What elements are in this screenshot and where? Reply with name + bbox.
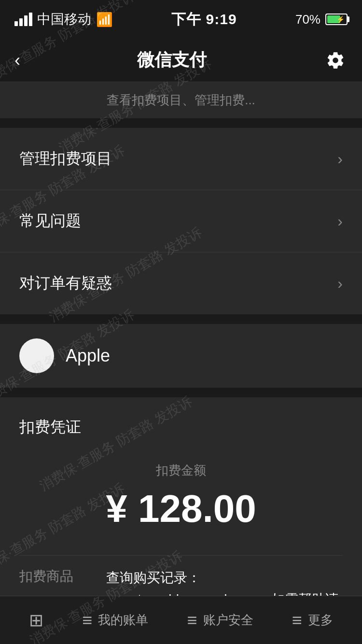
status-right: 70% ⚡ xyxy=(295,12,348,27)
menu-item-faq[interactable]: 常见问题 › xyxy=(0,190,362,252)
menu-arrow-manage: › xyxy=(337,150,343,168)
menu-arrow-faq: › xyxy=(337,212,343,230)
status-bar: 中国移动 📶 下午 9:19 70% ⚡ xyxy=(0,0,362,39)
top-section: 查看扣费项目、管理扣费... xyxy=(0,82,362,118)
content-area: 查看扣费项目、管理扣费... 管理扣费项目 › 常见问题 › 对订单有疑惑 › … xyxy=(0,82,362,644)
menu-item-manage[interactable]: 管理扣费项目 › xyxy=(0,128,362,190)
battery-bolt: ⚡ xyxy=(336,15,345,23)
gear-icon xyxy=(326,51,345,70)
battery-percent: 70% xyxy=(295,12,320,27)
tab-keyboard[interactable]: ⊞ xyxy=(29,610,43,630)
settings-button[interactable] xyxy=(323,48,348,72)
keyboard-icon: ⊞ xyxy=(29,610,43,630)
menu-item-dispute[interactable]: 对订单有疑惑 › xyxy=(0,252,362,314)
tab-security[interactable]: ≡ 账户安全 xyxy=(187,610,253,630)
detail-label-product: 扣费商品 xyxy=(19,567,106,586)
signal-icon xyxy=(14,13,32,26)
amount-value: ¥ 128.00 xyxy=(19,487,343,531)
battery-icon: ⚡ xyxy=(325,14,348,25)
wifi-icon: 📶 xyxy=(96,12,113,28)
security-icon: ≡ xyxy=(187,610,197,630)
tab-more[interactable]: ≡ 更多 xyxy=(292,610,333,630)
menu-item-faq-label: 常见问题 xyxy=(19,210,81,232)
apple-card: Apple xyxy=(0,324,362,388)
menu-item-dispute-label: 对订单有疑惑 xyxy=(19,273,112,294)
menu-arrow-dispute: › xyxy=(337,275,343,293)
tab-security-label: 账户安全 xyxy=(203,612,253,629)
tab-bar: ⊞ ≡ 我的账单 ≡ 账户安全 ≡ 更多 xyxy=(0,596,362,644)
nav-bar: ‹ 微信支付 xyxy=(0,39,362,82)
section-title: 扣费凭证 xyxy=(19,417,343,438)
top-section-text: 查看扣费项目、管理扣费... xyxy=(19,92,343,109)
back-button[interactable]: ‹ xyxy=(14,50,20,70)
tab-bills-label: 我的账单 xyxy=(98,612,148,629)
carrier-label: 中国移动 xyxy=(37,10,91,28)
page-title: 微信支付 xyxy=(137,48,207,72)
apple-name-label: Apple xyxy=(66,346,110,366)
more-icon: ≡ xyxy=(292,610,302,630)
tab-more-label: 更多 xyxy=(308,612,333,629)
apple-logo-circle xyxy=(19,338,54,373)
time-label: 下午 9:19 xyxy=(171,10,237,29)
tab-bills[interactable]: ≡ 我的账单 xyxy=(82,610,148,630)
status-left: 中国移动 📶 xyxy=(14,10,113,28)
menu-section: 管理扣费项目 › 常见问题 › 对订单有疑惑 › xyxy=(0,128,362,314)
menu-item-manage-label: 管理扣费项目 xyxy=(19,148,112,169)
amount-label: 扣费金额 xyxy=(19,462,343,479)
bills-icon: ≡ xyxy=(82,610,92,630)
